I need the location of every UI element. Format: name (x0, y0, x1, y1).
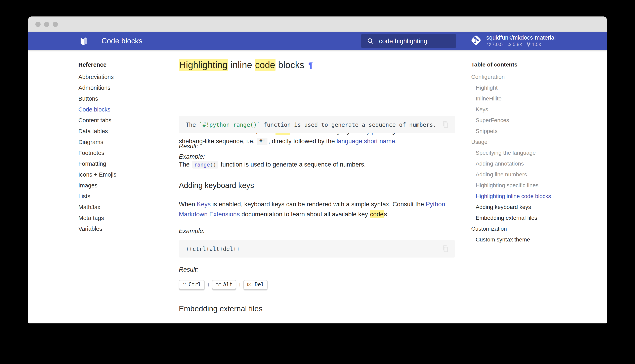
browser-window: Code blocks squidfunk/mkdocs-material (28, 16, 607, 324)
example-label: Example: (179, 153, 205, 160)
keys-link[interactable]: Keys (197, 201, 211, 208)
tag-icon (486, 42, 491, 47)
toc-item[interactable]: Snippets (471, 126, 568, 136)
language-short-name-link[interactable]: language short name (336, 138, 395, 145)
toc-item[interactable]: Highlighting inline code blocks (471, 191, 568, 202)
result-label: Result: (179, 266, 198, 273)
sidebar-section-title: Reference (78, 61, 165, 72)
toc-item[interactable]: Highlighting specific lines (471, 180, 568, 191)
sidebar-item[interactable]: Footnotes (78, 148, 165, 158)
table-of-contents: Table of contents ConfigurationHighlight… (471, 61, 568, 245)
repo-link[interactable]: squidfunk/mkdocs-material 7.0.5 5.8k (470, 34, 556, 47)
key-separator: + (206, 281, 210, 288)
inline-code: range() (192, 161, 218, 168)
toc-item[interactable]: Highlight (471, 82, 568, 93)
content-area: Reference AbbreviationsAdmonitionsButton… (28, 50, 607, 324)
git-icon (470, 34, 482, 47)
toc-item[interactable]: Usage (471, 136, 568, 148)
sidebar-item[interactable]: Code blocks (78, 104, 165, 115)
code-block: The `#!python range()` function is used … (179, 116, 455, 134)
sidebar-item[interactable]: Lists (78, 191, 165, 202)
sidebar-item[interactable]: Admonitions (78, 82, 165, 93)
toc-item[interactable]: Adding annotations (471, 158, 568, 169)
search-highlight: code (370, 210, 384, 218)
toc-item[interactable]: Specifying the language (471, 148, 568, 158)
toc-item[interactable]: Custom syntax theme (471, 234, 568, 245)
kbd-ctrl: ^Ctrl (179, 280, 205, 289)
mkdocs-material-logo-icon[interactable] (79, 36, 89, 46)
star-icon (507, 42, 512, 47)
toc-item[interactable]: Embedding external files (471, 212, 568, 224)
toc-item[interactable]: SuperFences (471, 115, 568, 126)
section-heading: Embedding external files (179, 304, 262, 313)
copy-button[interactable] (441, 120, 450, 129)
search-highlight: Highlighting (179, 59, 228, 71)
sidebar-item[interactable]: Formatting (78, 158, 165, 169)
search-input[interactable] (378, 37, 454, 45)
sidebar-item[interactable]: Data tables (78, 126, 165, 136)
repo-version: 7.0.5 (492, 42, 502, 47)
repo-forks: 1.5k (532, 42, 541, 47)
kbd-alt: ⌥Alt (212, 280, 236, 289)
key-separator: + (238, 281, 242, 288)
search-icon (367, 38, 374, 44)
sidebar-item[interactable]: Variables (78, 224, 165, 234)
toc-item[interactable]: Configuration (471, 72, 568, 82)
sidebar-item[interactable]: MathJax (78, 202, 165, 212)
toc-item[interactable]: Adding keyboard keys (471, 202, 568, 212)
search-bar[interactable] (361, 34, 456, 48)
heading-anchor-link[interactable]: ¶ (308, 61, 313, 70)
keyboard-keys-row: ^Ctrl + ⌥Alt + ⌧Del (179, 280, 268, 289)
copy-button[interactable] (441, 244, 450, 253)
toc-title: Table of contents (471, 61, 568, 72)
window-control-dot[interactable] (35, 22, 40, 27)
toc-item[interactable]: InlineHilite (471, 93, 568, 104)
section-heading: Adding keyboard keys (179, 181, 254, 190)
repo-stars: 5.8k (512, 42, 522, 47)
sidebar-item[interactable]: Icons + Emojis (78, 169, 165, 180)
sidebar-item[interactable]: Images (78, 180, 165, 191)
sidebar-item[interactable]: Buttons (78, 93, 165, 104)
result-label: Result: (179, 143, 198, 150)
article-heading: Highlighting inline code blocks¶ (179, 60, 313, 70)
sidebar-item[interactable]: Content tabs (78, 115, 165, 126)
paragraph: The range() function is used to generate… (179, 160, 455, 170)
repo-stats: 7.0.5 5.8k 1.5k (486, 42, 556, 47)
window-control-dot[interactable] (53, 22, 58, 27)
sidebar-item[interactable]: Diagrams (78, 136, 165, 148)
article: Highlighting inline code blocks¶ When In… (179, 50, 455, 324)
page-title: Code blocks (102, 32, 142, 50)
repo-name: squidfunk/mkdocs-material (486, 34, 556, 41)
toc-item[interactable]: Keys (471, 104, 568, 115)
fork-icon (526, 42, 531, 47)
kbd-del: ⌧Del (243, 280, 268, 289)
window-titlebar (28, 16, 607, 32)
inline-code: #! (257, 138, 268, 145)
search-highlight: code (254, 59, 276, 71)
sidebar-item[interactable]: Meta tags (78, 212, 165, 224)
paragraph: When Keys is enabled, keyboard keys can … (179, 199, 455, 219)
sidebar-nav: Reference AbbreviationsAdmonitionsButton… (78, 61, 165, 234)
example-label: Example: (179, 228, 205, 235)
toc-item[interactable]: Customization (471, 224, 568, 234)
sidebar-item[interactable]: Abbreviations (78, 72, 165, 82)
toc-item[interactable]: Adding line numbers (471, 169, 568, 180)
code-block: ++ctrl+alt+del++ (179, 240, 455, 258)
app-header: Code blocks squidfunk/mkdocs-material (28, 32, 607, 50)
window-control-dot[interactable] (44, 22, 49, 27)
